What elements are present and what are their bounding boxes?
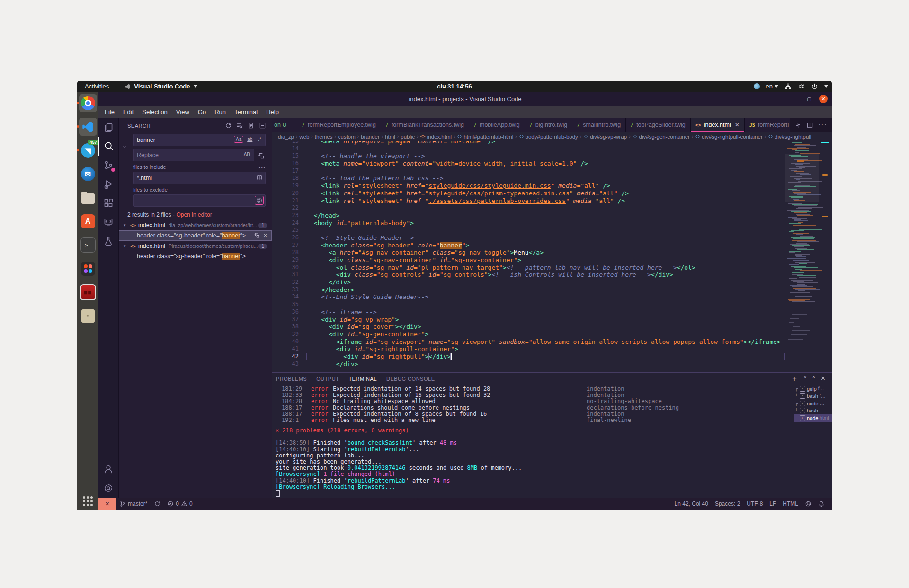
dock-item-ubuntu-software[interactable]: A <box>79 212 97 230</box>
git-branch-indicator[interactable]: master* <box>116 500 151 507</box>
editor-tab-bigintro-twig[interactable]: /bigIntro.twig <box>525 118 572 132</box>
breadcrumb-item[interactable]: public <box>401 134 415 140</box>
code-line[interactable]: 14 <box>272 145 785 153</box>
open-in-editor-link[interactable]: Open in editor <box>176 211 212 218</box>
breadcrumb-item[interactable]: dia_zp <box>278 134 294 140</box>
code-line[interactable]: 30 <ol class="sg-nav" id="pl-pattern-nav… <box>272 264 785 272</box>
code-line[interactable]: 43 </div> <box>272 360 785 368</box>
terminal-list-item-gulp[interactable]: ┌›gulpf… <box>794 385 832 393</box>
panel-tab-terminal[interactable]: TERMINAL <box>348 373 377 385</box>
editor-tab-on-u[interactable]: on U <box>272 118 297 132</box>
breadcrumb-item[interactable]: div#sg-rightpull-container <box>695 134 762 140</box>
files-to-exclude-input[interactable] <box>133 194 266 207</box>
editor-tab-formreporti[interactable]: JSformReportI <box>745 118 790 132</box>
chevron-down-icon[interactable] <box>824 85 828 88</box>
code-line[interactable]: 20 <link rel="stylesheet" href="stylegui… <box>272 190 785 197</box>
power-icon[interactable] <box>811 83 818 90</box>
activity-bar-run-debug[interactable] <box>98 175 118 193</box>
remote-indicator[interactable]: ✕ <box>98 498 116 510</box>
menu-item-go[interactable]: Go <box>194 106 210 118</box>
overview-ruler[interactable] <box>819 141 832 372</box>
code-line[interactable]: 28 <a href="#sg-nav-container" class="sg… <box>272 249 785 256</box>
code-line[interactable]: 41 <div id="sg-rightpull-container"> <box>272 345 785 353</box>
language-mode-indicator[interactable]: HTML <box>779 500 802 507</box>
dock-item-figma[interactable] <box>79 260 97 278</box>
code-line[interactable]: 27 <header class="sg-header" role="banne… <box>272 242 785 249</box>
dock-item-chrome[interactable] <box>79 94 97 112</box>
split-editor-icon[interactable] <box>806 122 813 129</box>
code-line[interactable]: 15 <!-- handle the viewport --> <box>272 152 785 160</box>
eol-indicator[interactable]: LF <box>766 500 779 507</box>
more-actions-icon[interactable]: ··· <box>818 121 827 129</box>
breadcrumb-item[interactable]: div#sg-rightpull <box>768 134 811 140</box>
terminal-list-item-node[interactable]: ┌›node… <box>794 400 832 407</box>
encoding-indicator[interactable]: UTF-8 <box>743 500 766 507</box>
breadcrumb-item[interactable]: themes <box>315 134 333 140</box>
dock-item-terminal[interactable]: >_ <box>79 236 97 254</box>
menu-item-terminal[interactable]: Terminal <box>230 106 262 118</box>
dock-item-thunderbird[interactable]: ✉ <box>79 165 97 183</box>
files-to-include-input[interactable] <box>133 172 266 184</box>
collapse-all-icon[interactable] <box>259 122 266 129</box>
code-line[interactable]: 42 <div id="sg-rightpull"></div> <box>272 353 785 360</box>
code-editor[interactable]: 13 <meta http-equiv="pragma" content="no… <box>272 141 832 372</box>
menu-item-selection[interactable]: Selection <box>138 106 171 118</box>
code-line[interactable]: 18 <!-- load the pattern lab css --> <box>272 175 785 182</box>
chevron-down-icon[interactable]: ▾ <box>124 223 130 228</box>
app-menu[interactable]: Visual Studio Code <box>124 83 197 90</box>
activity-bar-settings[interactable] <box>98 479 118 498</box>
search-result-match[interactable]: header class="sg-header" role="banner">× <box>119 230 272 241</box>
terminal-list-item-bash[interactable]: └›bashf… <box>794 393 832 400</box>
toggle-replace-icon[interactable] <box>122 144 127 150</box>
breadcrumb-item[interactable]: div#sg-gen-container <box>633 134 690 140</box>
chevron-down-icon[interactable]: ▾ <box>124 244 130 248</box>
code-line[interactable]: 29 <div class="sg-nav-container" id="sg-… <box>272 256 785 264</box>
minimap[interactable] <box>785 141 819 372</box>
activities-button[interactable]: Activities <box>82 83 112 90</box>
activity-bar-search[interactable] <box>98 137 118 156</box>
editor-tab-formreportemployee-twig[interactable]: /formReportEmployee.twig <box>297 118 381 132</box>
indentation-indicator[interactable]: Spaces: 2 <box>712 500 743 507</box>
code-line[interactable]: 19 <link rel="stylesheet" href="stylegui… <box>272 182 785 190</box>
minimize-button[interactable]: — <box>793 96 799 102</box>
notifications-bell-icon[interactable] <box>815 500 828 507</box>
menu-item-view[interactable]: View <box>172 106 194 118</box>
breadcrumb-item[interactable]: html#patternlab-html <box>457 134 513 140</box>
code-line[interactable]: 36 <!-- iFrame --> <box>272 308 785 316</box>
status-orb-icon[interactable] <box>754 83 760 89</box>
search-result-file[interactable]: ▾<>index.htmldia_zp/web/themes/custom/br… <box>119 220 272 230</box>
menu-item-edit[interactable]: Edit <box>119 106 138 118</box>
regex-toggle[interactable]: .* <box>256 136 263 143</box>
editor-tab-smallintro-twig[interactable]: /smallIntro.twig <box>572 118 626 132</box>
menu-item-help[interactable]: Help <box>262 106 283 118</box>
dock-item-archive[interactable]: ≋ <box>79 307 97 325</box>
search-result-file[interactable]: ▾<>index.htmlPiraeus/docroot/themes/cust… <box>119 241 272 251</box>
breadcrumb-item[interactable]: html <box>385 134 395 140</box>
use-exclude-settings-icon[interactable] <box>255 196 264 205</box>
editor-tab-formblanktransactions-twig[interactable]: /formBlankTransactions.twig <box>381 118 469 132</box>
code-line[interactable]: 40 <iframe id="sg-viewport" name="sg-vie… <box>272 338 785 346</box>
network-icon[interactable] <box>784 83 792 90</box>
code-line[interactable]: 35 <box>272 301 785 308</box>
refresh-icon[interactable] <box>225 122 232 129</box>
replace-input[interactable] <box>133 149 254 161</box>
activity-bar-explorer[interactable] <box>98 118 118 137</box>
code-line[interactable]: 31 <div class="sg-controls" id="sg-contr… <box>272 271 785 279</box>
terminal-dropdown-icon[interactable]: ∨ <box>803 374 807 384</box>
activity-bar-remote-explorer[interactable] <box>98 212 118 231</box>
panel-tab-debug-console[interactable]: DEBUG CONSOLE <box>386 373 435 385</box>
panel-tab-problems[interactable]: PROBLEMS <box>276 373 307 385</box>
volume-icon[interactable] <box>798 83 805 90</box>
terminal-list-item-bash[interactable]: └›bash… <box>794 407 832 415</box>
breadcrumb-item[interactable]: div#sg-vp-wrap <box>583 134 627 140</box>
maximize-button[interactable]: ▢ <box>806 97 812 102</box>
editor-tab-mobileapp-twig[interactable]: /mobileApp.twig <box>469 118 525 132</box>
dock-item-files[interactable] <box>79 189 97 207</box>
code-line[interactable]: 13 <meta http-equiv="pragma" content="no… <box>272 141 785 145</box>
feedback-icon[interactable] <box>802 500 815 507</box>
close-tab-icon[interactable]: ✕ <box>735 122 740 128</box>
code-line[interactable]: 22 <box>272 204 785 212</box>
dock-item-telegram[interactable]: ◥457 <box>79 141 97 159</box>
code-line[interactable]: 24 <body id="patternlab-body"> <box>272 219 785 227</box>
code-line[interactable]: 32 </div> <box>272 279 785 286</box>
